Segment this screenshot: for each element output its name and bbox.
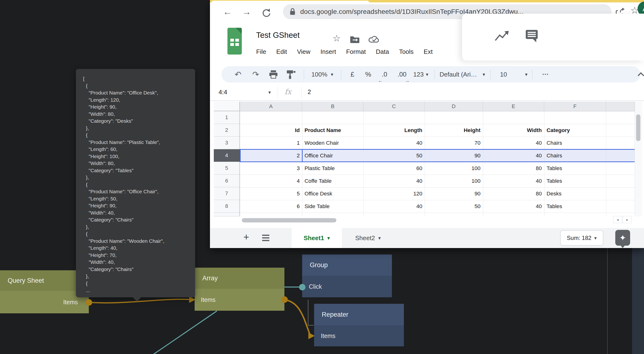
row-header-partial [214, 213, 240, 216]
comments-icon[interactable] [525, 29, 539, 43]
cell-F3[interactable]: Chairs [544, 137, 606, 149]
json-line: "Product Name": "Office Chair", [83, 188, 195, 195]
column-header-F[interactable]: F [544, 102, 606, 111]
row-header-3[interactable]: 3 [214, 137, 240, 149]
json-line: "Height": 70, [83, 252, 195, 259]
node-query-sheet[interactable]: Query Sheet Items [0, 270, 89, 313]
horizontal-scrollbar[interactable] [242, 218, 336, 222]
cell-C3[interactable]: 40 [364, 137, 425, 149]
json-lines: [ { "Product Name": "Office Desk", "Leng… [83, 75, 195, 294]
query-sheet-items-port[interactable] [86, 299, 92, 306]
column-header-B[interactable]: B [302, 102, 364, 111]
cell-B6[interactable]: Coffe Table [302, 175, 364, 187]
cell-E6[interactable]: 40 [483, 175, 544, 187]
row-header-2[interactable]: 2 [214, 124, 240, 137]
cell-D3[interactable]: 70 [425, 137, 483, 149]
json-line: }, [83, 273, 195, 280]
tab-sheet1[interactable]: Sheet1 ▾ [292, 228, 342, 248]
cell-A6[interactable]: 4 [240, 175, 302, 187]
grid-corner-box[interactable] [214, 102, 240, 111]
editor-side-strip [632, 248, 644, 354]
sheet-history-trend-icon[interactable] [494, 30, 510, 42]
column-header-E[interactable]: E [483, 102, 544, 111]
cell-E7[interactable]: 80 [483, 187, 544, 200]
sum-indicator[interactable]: Sum: 182 ▾ [560, 230, 603, 246]
column-header-A[interactable]: A [240, 102, 302, 111]
explore-button-tail [620, 245, 625, 248]
column-header-partial[interactable] [606, 102, 635, 111]
cell-A8[interactable]: 6 [240, 200, 302, 213]
cell-D6[interactable]: 100 [425, 175, 483, 187]
cell-A3[interactable]: 1 [240, 137, 302, 149]
sheet-tabs-bar: + Sheet1 ▾ Sheet2 ▾ Sum: 182 ▾ ✦ [210, 228, 644, 248]
row-header-8[interactable]: 8 [214, 200, 240, 213]
cell-E2[interactable]: Width [483, 124, 544, 137]
cell-A5[interactable]: 3 [240, 162, 302, 175]
cell-B2[interactable]: Product Name [302, 124, 364, 137]
row-header-4[interactable]: 4 [214, 149, 240, 162]
json-line: "Height": 100, [83, 153, 195, 160]
cell-C6[interactable]: 40 [364, 175, 425, 187]
cell-A2[interactable]: Id [240, 124, 302, 137]
cell-B7[interactable]: Office Desk [302, 187, 364, 200]
node-array[interactable]: Array Items [195, 268, 284, 311]
cell-C2[interactable]: Length [364, 124, 425, 137]
cell-D8[interactable]: 50 [425, 200, 483, 213]
add-sheet-icon[interactable]: + [244, 232, 249, 243]
cell-D2[interactable]: Height [425, 124, 483, 137]
cell-C7[interactable]: 120 [364, 187, 425, 200]
cell-C5[interactable]: 60 [364, 162, 425, 175]
browser-window: ← → docs.google.com/spreadsheets/d/1D3IR… [210, 0, 644, 248]
sum-label: Sum: 182 [567, 235, 592, 241]
cell-F7[interactable]: Desks [544, 187, 606, 200]
cell-B5[interactable]: Plastic Table [302, 162, 364, 175]
node-query-sheet-items-row: Items [0, 291, 89, 313]
cell-E4[interactable]: 40 [483, 149, 544, 162]
column-header-D[interactable]: D [425, 102, 483, 111]
group-repeater-tree-line [308, 300, 314, 325]
cell-F2[interactable]: Category [544, 124, 606, 137]
cell-D7[interactable]: 90 [425, 187, 483, 200]
row-header-1[interactable]: 1 [214, 111, 240, 124]
row-header-7[interactable]: 7 [214, 187, 240, 200]
gold-wire-array-to-repeater [284, 300, 310, 334]
scroll-right-button[interactable]: ▸ [623, 216, 632, 223]
cell-B8[interactable]: Side Table [302, 200, 364, 213]
json-line: "Height": 90, [83, 202, 195, 209]
json-line: [ [83, 75, 195, 82]
cell-C4[interactable]: 50 [364, 149, 425, 162]
cell-D5[interactable]: 100 [425, 162, 483, 175]
node-repeater-items-row: Items [314, 325, 404, 346]
node-group[interactable]: Group Click [302, 255, 392, 297]
cell-F4[interactable]: Chairs [544, 149, 606, 162]
json-line: { [83, 181, 195, 188]
group-click-port[interactable] [299, 284, 306, 290]
cell-F6[interactable]: Tables [544, 175, 606, 187]
cell-F8[interactable]: Tables [544, 200, 606, 213]
json-line: "Width": 40, [83, 259, 195, 266]
cell-E3[interactable]: 40 [483, 137, 544, 149]
tab-sheet2-label: Sheet2 [355, 234, 375, 242]
cell-D4[interactable]: 90 [425, 149, 483, 162]
json-line: "Length": 40, [83, 244, 195, 252]
cell-A7[interactable]: 5 [240, 187, 302, 200]
cell-E5[interactable]: 80 [483, 162, 544, 175]
tab-sheet2[interactable]: Sheet2 ▾ [348, 228, 388, 248]
cell-E8[interactable]: 40 [483, 200, 544, 213]
vertical-scrollbar[interactable] [636, 114, 640, 141]
row-header-6[interactable]: 6 [214, 175, 240, 187]
node-repeater-title: Repeater [314, 304, 404, 325]
cell-F5[interactable]: Tables [544, 162, 606, 175]
cell-B3[interactable]: Wooden Chair [302, 137, 364, 149]
cell-C8[interactable]: 40 [364, 200, 425, 213]
node-repeater[interactable]: Repeater Items [314, 304, 404, 346]
row-header-5[interactable]: 5 [214, 162, 240, 175]
json-line: "Width": 80, [83, 160, 195, 167]
column-header-C[interactable]: C [364, 102, 425, 111]
cell-B4[interactable]: Office Chair [302, 149, 364, 162]
node-group-click-row: Click [302, 276, 392, 297]
scroll-left-button[interactable]: ◂ [613, 216, 622, 223]
explore-button[interactable]: ✦ [615, 230, 630, 246]
array-items-output-port[interactable] [281, 296, 288, 303]
all-sheets-icon[interactable] [262, 234, 269, 242]
